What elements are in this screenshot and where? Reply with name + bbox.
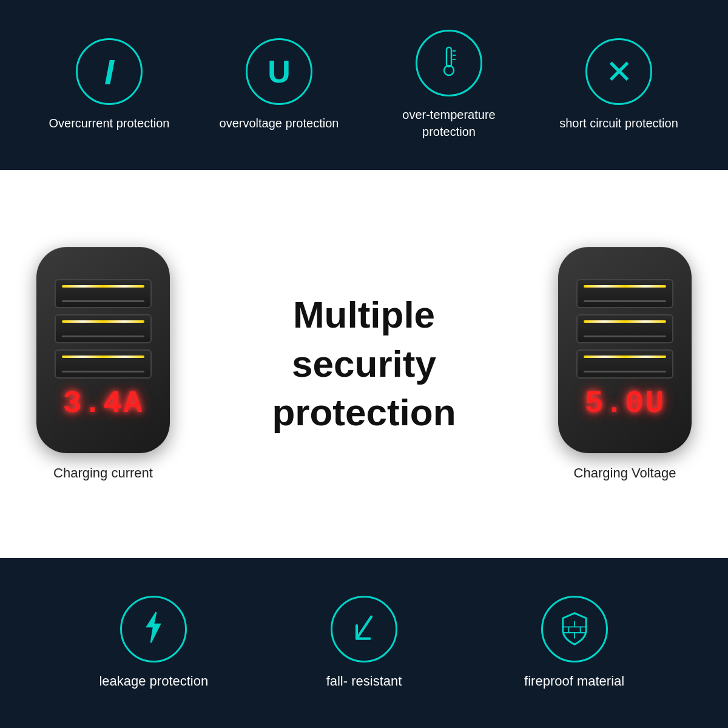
headline-line2: security (292, 343, 436, 385)
led-display-voltage: 5.0U (585, 386, 666, 422)
protection-item-overtemp: over-temperature protection (382, 30, 516, 140)
leakage-icon (120, 596, 187, 662)
protection-item-overcurrent: I Overcurrent protection (42, 38, 176, 132)
overvoltage-icon: U (246, 38, 312, 105)
bottom-section: leakage protection fall- resistant (0, 558, 728, 728)
usb-port-right-1 (576, 279, 673, 308)
usb-port-left-1 (55, 279, 152, 308)
top-section: I Overcurrent protection U overvoltage p… (0, 0, 728, 170)
charger-right-label: Charging Voltage (574, 465, 676, 481)
security-headline: Multiple security protection (194, 291, 534, 437)
charger-right-device: 5.0U (558, 247, 692, 453)
charger-left-device: 3.4A (36, 247, 170, 453)
charger-left-label: Charging current (53, 465, 153, 481)
protection-item-shortcircuit: ✕ short circuit protection (552, 38, 686, 132)
svg-marker-5 (147, 612, 160, 642)
fall-item: fall- resistant (285, 596, 443, 691)
charger-right-block: 5.0U Charging Voltage (558, 247, 692, 481)
middle-section: 3.4A Charging current Multiple security … (0, 170, 728, 558)
svg-rect-0 (447, 47, 451, 67)
thermometer-svg (431, 45, 467, 81)
protection-item-overvoltage: U overvoltage protection (212, 38, 346, 132)
leakage-item: leakage protection (75, 596, 232, 691)
shield-svg (556, 611, 593, 647)
usb-port-left-3 (55, 349, 152, 379)
usb-port-left-2 (55, 314, 152, 343)
overtemp-label: over-temperature protection (382, 106, 516, 140)
usb-port-right-3 (576, 349, 673, 379)
charger-left-block: 3.4A Charging current (36, 247, 170, 481)
overcurrent-label: Overcurrent protection (49, 115, 170, 132)
lightning-svg (135, 611, 172, 647)
svg-line-6 (357, 616, 371, 638)
fall-label: fall- resistant (326, 672, 402, 691)
shortcircuit-label: short circuit protection (559, 115, 678, 132)
led-display-current: 3.4A (63, 386, 144, 422)
overvoltage-label: overvoltage protection (220, 115, 339, 132)
arrow-down-svg (346, 611, 382, 647)
fireproof-label: fireproof material (524, 672, 624, 691)
usb-port-right-2 (576, 314, 673, 343)
thermometer-icon (416, 30, 482, 96)
usb-ports-left (55, 279, 152, 379)
overcurrent-icon: I (76, 38, 143, 105)
fireproof-icon (541, 596, 608, 662)
fall-icon (331, 596, 397, 662)
middle-text-block: Multiple security protection (194, 291, 534, 437)
usb-ports-right (576, 279, 673, 379)
headline-line3: protection (272, 391, 456, 433)
leakage-label: leakage protection (99, 672, 208, 691)
fireproof-item: fireproof material (496, 596, 653, 691)
shortcircuit-icon: ✕ (585, 38, 652, 105)
headline-line1: Multiple (293, 294, 435, 335)
